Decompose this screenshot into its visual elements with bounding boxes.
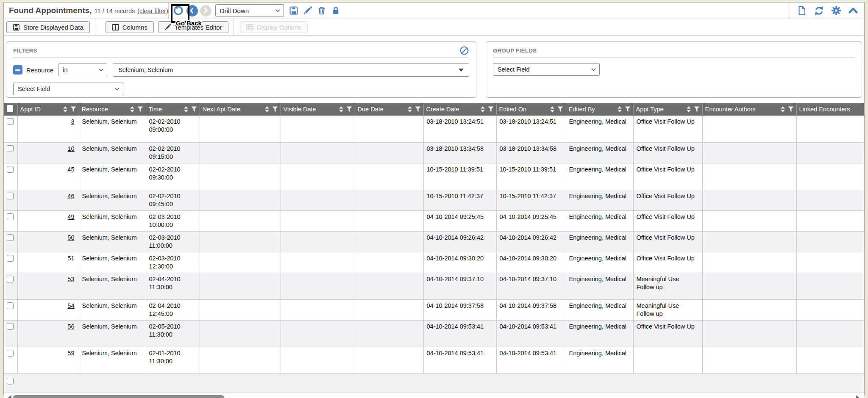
filter-funnel-icon[interactable] — [137, 106, 143, 112]
sort-icon[interactable] — [687, 106, 691, 112]
filter-operator-select[interactable]: in — [58, 64, 107, 76]
select-all-checkbox[interactable] — [7, 105, 13, 112]
sort-icon[interactable] — [265, 106, 269, 112]
sort-icon[interactable] — [63, 106, 67, 112]
appt-id-link[interactable]: 10 — [67, 145, 74, 152]
clear-filters-icon[interactable] — [459, 46, 469, 55]
appt-type-cell: Office Visit Follow Up — [633, 190, 702, 210]
due-date-cell — [355, 320, 423, 347]
clear-filter-link[interactable]: (clear filter) — [137, 8, 168, 14]
filter-value-text: Selenium, Selenium — [118, 66, 173, 73]
filter-value-combobox[interactable]: Selenium, Selenium — [113, 63, 469, 77]
column-header-label: Create Date — [426, 106, 459, 113]
scroll-left-arrow-icon[interactable] — [8, 395, 11, 398]
row-checkbox[interactable] — [7, 323, 14, 330]
appt-type-cell: Meaningful Use Follow up — [633, 299, 702, 320]
table-row: 59 Selenium, Selenium 02-01-2010 11:30:0… — [4, 347, 864, 373]
footer-checkbox[interactable] — [7, 378, 14, 384]
page-title: Found Appointments, — [9, 6, 92, 15]
row-checkbox[interactable] — [7, 166, 14, 173]
time-cell: 02-03-2010 11:00:00 — [146, 231, 200, 252]
undo-icon[interactable] — [172, 5, 183, 16]
linked-encounters-cell — [796, 210, 864, 231]
row-checkbox[interactable] — [7, 255, 14, 262]
row-checkbox[interactable] — [7, 213, 14, 220]
filter-funnel-icon[interactable] — [346, 106, 352, 112]
create-date-cell: 04-10-2014 09:37:58 — [423, 299, 496, 320]
linked-encounters-cell — [796, 299, 864, 320]
row-checkbox[interactable] — [7, 118, 14, 125]
row-checkbox[interactable] — [7, 276, 14, 282]
time-cell: 02-05-2010 11:30:00 — [146, 320, 200, 347]
appt-id-link[interactable]: 59 — [67, 350, 74, 357]
row-checkbox[interactable] — [7, 234, 14, 241]
row-checkbox[interactable] — [7, 145, 14, 152]
drill-down-select[interactable]: Drill Down — [215, 4, 284, 17]
row-checkbox[interactable] — [7, 193, 14, 199]
toolbar-separator — [234, 19, 234, 35]
edit-template-icon[interactable] — [303, 6, 312, 15]
refresh-icon[interactable] — [814, 6, 824, 16]
filter-funnel-icon[interactable] — [415, 106, 421, 112]
appt-id-link[interactable]: 54 — [67, 302, 74, 309]
resource-cell: Selenium, Selenium — [79, 273, 146, 299]
store-displayed-data-button[interactable]: Store Displayed Data — [6, 21, 90, 33]
sort-icon[interactable] — [339, 106, 343, 112]
appt-id-link[interactable]: 53 — [67, 276, 74, 282]
records-count: 11 / 14 records — [95, 8, 135, 14]
row-checkbox[interactable] — [7, 350, 14, 357]
visible-date-cell — [281, 231, 355, 252]
row-select-cell — [4, 116, 17, 142]
filter-funnel-icon[interactable] — [70, 106, 76, 112]
row-checkbox[interactable] — [7, 302, 14, 309]
sort-icon[interactable] — [481, 106, 485, 112]
appt-id-link[interactable]: 49 — [67, 213, 74, 220]
linked-encounters-cell — [796, 320, 864, 347]
row-select-cell — [4, 210, 17, 231]
filter-funnel-icon[interactable] — [191, 106, 197, 112]
appt-id-link[interactable]: 51 — [67, 255, 74, 262]
encounter-authors-cell — [702, 252, 796, 273]
next-apt-date-cell — [200, 163, 281, 190]
encounter-authors-cell — [702, 320, 796, 347]
group-field-select[interactable]: Select Field — [493, 63, 600, 76]
collapse-chevron-up-icon[interactable] — [848, 6, 858, 16]
column-header-label: Resource — [82, 106, 108, 113]
filter-funnel-icon[interactable] — [488, 106, 494, 112]
sort-icon[interactable] — [130, 106, 134, 112]
appt-id-cell: 54 — [17, 299, 79, 320]
filter-funnel-icon[interactable] — [788, 106, 794, 112]
filter-funnel-icon[interactable] — [625, 106, 631, 112]
go-back-button[interactable] — [186, 5, 198, 17]
appt-id-link[interactable]: 50 — [67, 234, 74, 241]
appt-id-link[interactable]: 45 — [67, 166, 74, 173]
appt-id-cell: 51 — [17, 252, 79, 273]
new-document-icon[interactable] — [797, 6, 807, 16]
appt-type-cell: Office Visit Follow Up — [633, 320, 702, 347]
appt-id-link[interactable]: 46 — [67, 193, 74, 199]
sort-icon[interactable] — [184, 106, 188, 112]
sort-icon[interactable] — [618, 106, 622, 112]
go-forward-button[interactable] — [200, 5, 211, 17]
sort-icon[interactable] — [408, 106, 412, 112]
columns-button[interactable]: Columns — [106, 21, 154, 33]
column-header-label: Time — [149, 106, 162, 113]
settings-gear-icon[interactable] — [831, 6, 841, 16]
filter-funnel-icon[interactable] — [272, 106, 278, 112]
save-template-icon[interactable] — [289, 6, 298, 15]
scrollbar-thumb[interactable] — [13, 395, 224, 398]
filter-funnel-icon[interactable] — [694, 106, 700, 112]
appt-id-link[interactable]: 56 — [67, 323, 74, 330]
scroll-right-arrow-icon[interactable] — [856, 395, 860, 398]
filter-funnel-icon[interactable] — [557, 106, 563, 112]
remove-filter-button[interactable] — [13, 65, 22, 75]
lock-template-icon[interactable] — [331, 6, 340, 15]
column-header-label: Appt Type — [636, 106, 664, 113]
add-filter-field-select[interactable]: Select Field — [13, 83, 123, 95]
appt-id-link[interactable]: 3 — [71, 118, 74, 125]
delete-template-icon[interactable] — [317, 6, 326, 15]
appt-id-cell: 53 — [17, 273, 79, 299]
sort-icon[interactable] — [550, 106, 554, 112]
display-options-button[interactable]: Display Options — [240, 21, 308, 33]
sort-icon[interactable] — [781, 106, 785, 112]
